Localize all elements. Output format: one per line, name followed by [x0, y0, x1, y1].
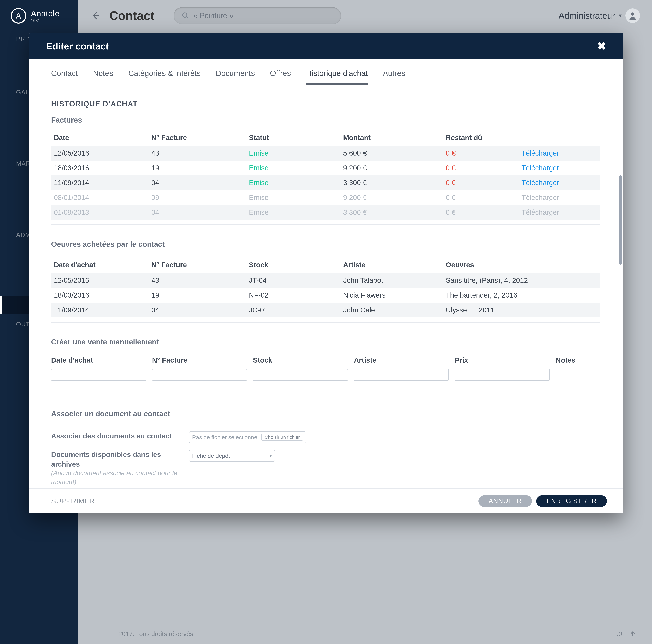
cell-work: The bartender, 2, 2016	[443, 288, 600, 303]
cell-date: 12/05/2016	[51, 273, 149, 288]
manual-sale-title: Créer une vente manuellement	[51, 338, 600, 346]
save-button[interactable]: ENREGISTRER	[536, 495, 607, 507]
label-artist: Artiste	[354, 356, 449, 364]
cell-date: 18/03/2016	[51, 288, 149, 303]
modal-footer: SUPPRIMER ANNULER ENREGISTRER	[29, 488, 623, 513]
cell-date: 18/03/2016	[51, 161, 149, 175]
invoices-col-statut: Statut	[246, 130, 341, 146]
table-row: 18/03/201619Emise9 200 €0 €Télécharger	[51, 161, 600, 175]
associate-title: Associer un document au contact	[51, 410, 600, 418]
download-link: Télécharger	[519, 205, 600, 220]
table-separator	[51, 322, 600, 323]
download-link[interactable]: Télécharger	[519, 161, 600, 175]
table-row: 08/01/201409Emise9 200 €0 €Télécharger	[51, 190, 600, 205]
cell-amount: 9 200 €	[341, 190, 443, 205]
file-picker[interactable]: Pas de fichier sélectionné Choisir un fi…	[189, 431, 306, 443]
cell-nf: 04	[149, 175, 246, 190]
invoices-col-due: Restant dû	[443, 130, 519, 146]
download-link[interactable]: Télécharger	[519, 175, 600, 190]
works-col-date: Date d'achat	[51, 257, 149, 273]
download-link: Télécharger	[519, 190, 600, 205]
history-heading: HISTORIQUE D'ACHAT	[51, 100, 600, 108]
table-row: 18/03/201619NF-02Nicia FlawersThe barten…	[51, 288, 600, 303]
invoices-col-nf: N° Facture	[149, 130, 246, 146]
cell-stock: NF-02	[246, 288, 341, 303]
label-stock: Stock	[253, 356, 348, 364]
cell-due: 0 €	[443, 190, 519, 205]
tab-offres[interactable]: Offres	[270, 69, 291, 85]
file-picker-text: Pas de fichier sélectionné	[192, 434, 257, 441]
table-row: 01/09/201304Emise3 300 €0 €Télécharger	[51, 205, 600, 220]
input-stock[interactable]	[253, 369, 348, 381]
input-notes[interactable]	[556, 369, 619, 388]
tab-categories[interactable]: Catégories & intérêts	[128, 69, 201, 85]
invoices-col-montant: Montant	[341, 130, 443, 146]
cell-status: Emise	[246, 175, 341, 190]
cell-work: Ulysse, 1, 2011	[443, 303, 600, 317]
cell-amount: 9 200 €	[341, 161, 443, 175]
cell-nf: 04	[149, 303, 246, 317]
associate-archive-row: Documents disponibles dans les archives …	[51, 448, 600, 486]
cell-artist: Nicia Flawers	[341, 288, 443, 303]
table-row: 12/05/201643JT-04John TalabotSans titre,…	[51, 273, 600, 288]
works-col-artist: Artiste	[341, 257, 443, 273]
cell-amount: 5 600 €	[341, 146, 443, 161]
table-row: 11/09/201404JC-01John CaleUlysse, 1, 201…	[51, 303, 600, 317]
cell-stock: JT-04	[246, 273, 341, 288]
download-link[interactable]: Télécharger	[519, 146, 600, 161]
cell-date: 01/09/2013	[51, 205, 149, 220]
cell-due: 0 €	[443, 175, 519, 190]
tab-autres[interactable]: Autres	[383, 69, 405, 85]
edit-contact-modal: Editer contact ✖ Contact Notes Catégorie…	[29, 33, 623, 513]
cell-status: Emise	[246, 146, 341, 161]
scrollbar-thumb[interactable]	[619, 175, 622, 265]
cell-nf: 19	[149, 288, 246, 303]
cell-status: Emise	[246, 190, 341, 205]
tab-historique[interactable]: Historique d'achat	[306, 69, 368, 85]
cell-due: 0 €	[443, 161, 519, 175]
cell-stock: JC-01	[246, 303, 341, 317]
input-nf[interactable]	[152, 369, 247, 381]
tab-documents[interactable]: Documents	[216, 69, 255, 85]
invoices-table: Date N° Facture Statut Montant Restant d…	[51, 130, 600, 220]
works-col-nf: N° Facture	[149, 257, 246, 273]
label-notes: Notes	[556, 356, 619, 364]
modal-close-button[interactable]: ✖	[597, 40, 606, 52]
cell-status: Emise	[246, 161, 341, 175]
tab-notes[interactable]: Notes	[93, 69, 113, 85]
input-date[interactable]	[51, 369, 146, 381]
cell-due: 0 €	[443, 205, 519, 220]
works-col-stock: Stock	[246, 257, 341, 273]
delete-button[interactable]: SUPPRIMER	[51, 497, 95, 505]
cell-nf: 19	[149, 161, 246, 175]
invoices-title: Factures	[51, 116, 600, 124]
input-artist[interactable]	[354, 369, 449, 381]
associate-archive-label: Documents disponibles dans les archives …	[51, 450, 179, 486]
cell-amount: 3 300 €	[341, 205, 443, 220]
modal-backdrop: Editer contact ✖ Contact Notes Catégorie…	[0, 0, 652, 644]
label-date: Date d'achat	[51, 356, 146, 364]
cell-nf: 04	[149, 205, 246, 220]
cell-nf: 43	[149, 146, 246, 161]
modal-body: Contact Notes Catégories & intérêts Docu…	[29, 59, 623, 488]
invoices-col-dl	[519, 130, 600, 146]
table-row: 12/05/201643Emise5 600 €0 €Télécharger	[51, 146, 600, 161]
manual-sale-form: Date d'achat N° Facture Stock Artiste	[51, 355, 600, 388]
associate-file-label: Associer des documents au contact	[51, 431, 179, 441]
cell-due: 0 €	[443, 146, 519, 161]
cancel-button[interactable]: ANNULER	[479, 495, 532, 507]
caret-down-icon: ▾	[270, 453, 272, 459]
file-picker-button[interactable]: Choisir un fichier	[261, 434, 303, 441]
works-title: Oeuvres achetées par le contact	[51, 240, 600, 249]
label-price: Prix	[455, 356, 550, 364]
input-price[interactable]	[455, 369, 550, 381]
cell-artist: John Talabot	[341, 273, 443, 288]
cell-artist: John Cale	[341, 303, 443, 317]
cell-status: Emise	[246, 205, 341, 220]
table-separator	[51, 224, 600, 225]
label-nf: N° Facture	[152, 356, 247, 364]
tab-contact[interactable]: Contact	[51, 69, 78, 85]
archive-select[interactable]: Fiche de dépôt ▾	[189, 450, 275, 462]
works-table: Date d'achat N° Facture Stock Artiste Oe…	[51, 257, 600, 317]
table-row: 11/09/201404Emise3 300 €0 €Télécharger	[51, 175, 600, 190]
